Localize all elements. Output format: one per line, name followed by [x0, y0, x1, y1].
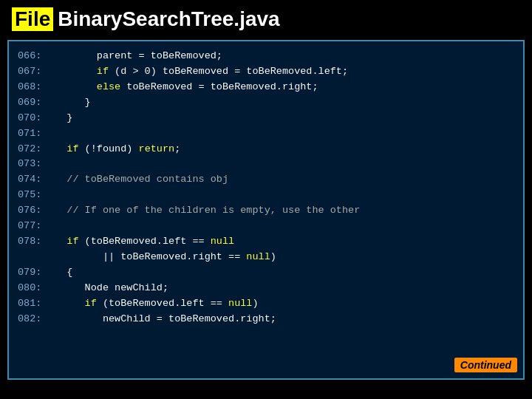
line-number: 074:: [18, 172, 49, 188]
line-number: 070:: [18, 111, 49, 126]
code-line: 078: if (toBeRemoved.left == null: [18, 234, 514, 250]
code-panel: 066: parent = toBeRemoved;067: if (d > 0…: [7, 40, 525, 380]
code-line: 070: }: [18, 111, 514, 126]
code-line: 066: parent = toBeRemoved;: [18, 49, 514, 64]
line-number: 069:: [18, 95, 49, 111]
line-content: }: [49, 95, 91, 111]
code-line: 076: // If one of the children is empty,…: [18, 203, 514, 219]
line-content: newChild = toBeRemoved.right;: [49, 312, 276, 327]
line-content: else toBeRemoved = toBeRemoved.right;: [49, 80, 318, 95]
line-content: if (toBeRemoved.left == null): [49, 296, 259, 312]
line-content: // toBeRemoved contains obj: [49, 172, 228, 188]
code-line: 069: }: [18, 95, 514, 111]
header: File BinarySearchTree.java: [0, 0, 532, 37]
line-content: if (d > 0) toBeRemoved = toBeRemoved.lef…: [49, 64, 348, 80]
continued-badge: Continued: [454, 358, 517, 372]
line-content: {: [49, 265, 72, 281]
line-content: if (!found) return;: [49, 142, 180, 157]
code-line: 072: if (!found) return;: [18, 142, 514, 157]
line-content: Node newChild;: [49, 281, 168, 296]
code-line: 079: {: [18, 265, 514, 281]
line-content: // If one of the children is empty, use …: [49, 203, 360, 219]
line-number: 068:: [18, 80, 49, 95]
line-number: 076:: [18, 203, 49, 219]
code-line: 068: else toBeRemoved = toBeRemoved.righ…: [18, 80, 514, 95]
code-line: 077:: [18, 219, 514, 234]
line-content: parent = toBeRemoved;: [49, 49, 222, 64]
line-number: 081:: [18, 296, 49, 312]
file-label: File: [12, 7, 53, 31]
code-line: 071:: [18, 126, 514, 142]
line-number: 075:: [18, 188, 49, 203]
code-line: 080: Node newChild;: [18, 281, 514, 296]
code-line: 082: newChild = toBeRemoved.right;: [18, 312, 514, 327]
line-number: 082:: [18, 312, 49, 327]
line-number: 072:: [18, 142, 49, 157]
code-line: 074: // toBeRemoved contains obj: [18, 172, 514, 188]
line-number: 067:: [18, 64, 49, 80]
line-content: || toBeRemoved.right == null): [49, 250, 276, 265]
line-number: 066:: [18, 49, 49, 64]
line-number: 073:: [18, 157, 49, 172]
line-number: 077:: [18, 219, 49, 234]
line-number: 080:: [18, 281, 49, 296]
code-line: 081: if (toBeRemoved.left == null): [18, 296, 514, 312]
line-content: }: [49, 111, 72, 126]
line-number: 079:: [18, 265, 49, 281]
line-content: if (toBeRemoved.left == null: [49, 234, 234, 250]
code-line: 075:: [18, 188, 514, 203]
line-number: 078:: [18, 234, 49, 250]
file-title: BinarySearchTree.java: [58, 7, 279, 31]
code-line: || toBeRemoved.right == null): [18, 250, 514, 265]
code-line: 067: if (d > 0) toBeRemoved = toBeRemove…: [18, 64, 514, 80]
line-number: 071:: [18, 126, 49, 142]
code-line: 073:: [18, 157, 514, 172]
